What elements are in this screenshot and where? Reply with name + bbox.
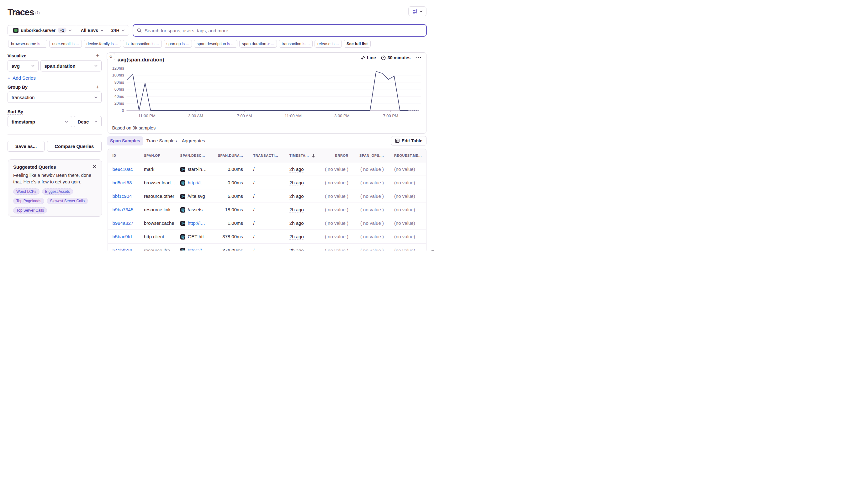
svg-text:40ms: 40ms <box>115 94 124 99</box>
svg-text:7:00 AM: 7:00 AM <box>237 114 252 118</box>
svg-text:Based on 9k samples: Based on 9k samples <box>112 125 156 130</box>
svg-text:0: 0 <box>122 108 124 113</box>
svg-text:120ms: 120ms <box>112 66 124 71</box>
svg-text:3:00 PM: 3:00 PM <box>334 114 349 118</box>
svg-text:11:00 AM: 11:00 AM <box>285 114 302 118</box>
svg-text:3:00 AM: 3:00 AM <box>188 114 203 118</box>
svg-text:60ms: 60ms <box>115 87 124 92</box>
svg-text:11:00 PM: 11:00 PM <box>138 114 156 118</box>
svg-text:80ms: 80ms <box>115 80 124 85</box>
svg-text:20ms: 20ms <box>115 101 124 106</box>
svg-text:100ms: 100ms <box>112 73 124 77</box>
svg-text:7:00 PM: 7:00 PM <box>383 114 398 118</box>
